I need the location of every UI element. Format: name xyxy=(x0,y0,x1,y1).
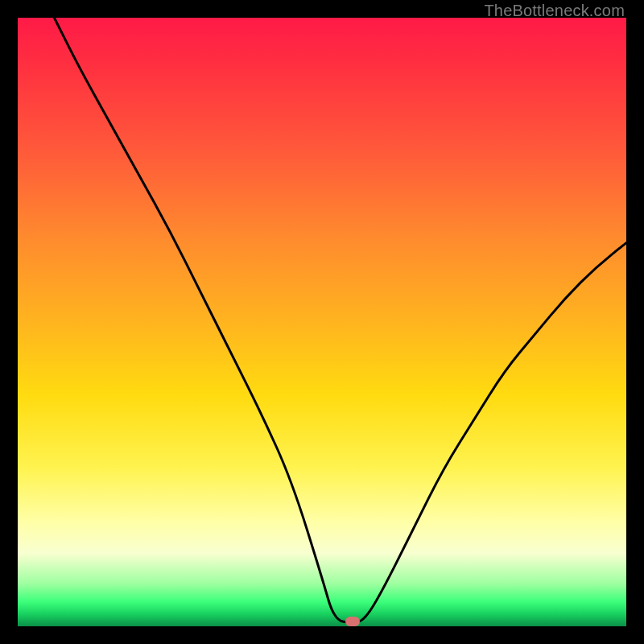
watermark-text: TheBottleneck.com xyxy=(484,2,625,20)
bottleneck-curve xyxy=(18,18,626,626)
optimum-marker xyxy=(345,617,360,626)
chart-frame: TheBottleneck.com xyxy=(0,0,644,644)
curve-path xyxy=(54,18,626,622)
